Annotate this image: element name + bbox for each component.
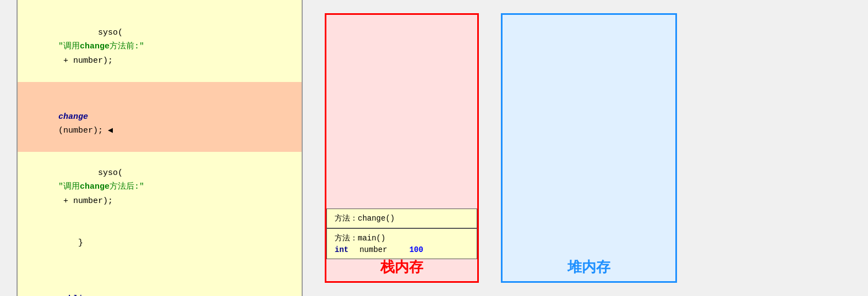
code-line-6: syso( "调用change方法后:" + number); [29, 152, 291, 222]
stack-label: 栈内存 [326, 257, 477, 277]
code-line-4: syso( "调用change方法前:" + number); [29, 12, 291, 82]
str-before: "调用 [58, 42, 80, 51]
frame-main-var: int number 100 [335, 245, 469, 254]
heap-memory-panel: 堆内存 [501, 13, 677, 283]
str-after: "调用 [58, 182, 80, 191]
var-val-100: 100 [410, 245, 423, 254]
frame-change-title: 方法：change() [335, 213, 469, 223]
stack-frames: 方法：change() 方法：main() int number 100 [326, 209, 477, 259]
stack-frame-change: 方法：change() [326, 209, 477, 228]
code-line-8: public static void change( int number) { [29, 264, 291, 296]
heap-label: 堆内存 [503, 257, 675, 277]
code-line-3: int number = 100 ; [29, 0, 291, 12]
code-line-7: } [29, 222, 291, 265]
code-panel: public class ArgsDemo01 { public static … [17, 0, 303, 296]
method-change-call: change [58, 112, 88, 122]
code-line-5-highlighted: change (number); ◀ [18, 82, 302, 152]
stack-memory-panel: 方法：change() 方法：main() int number 100 栈内存 [325, 13, 479, 283]
var-name-number: number [359, 245, 387, 254]
frame-main-title: 方法：main() [335, 233, 469, 243]
stack-frame-main: 方法：main() int number 100 [326, 228, 477, 259]
left-section: public class ArgsDemo01 { public static … [17, 0, 303, 296]
var-type-int: int [335, 245, 348, 254]
